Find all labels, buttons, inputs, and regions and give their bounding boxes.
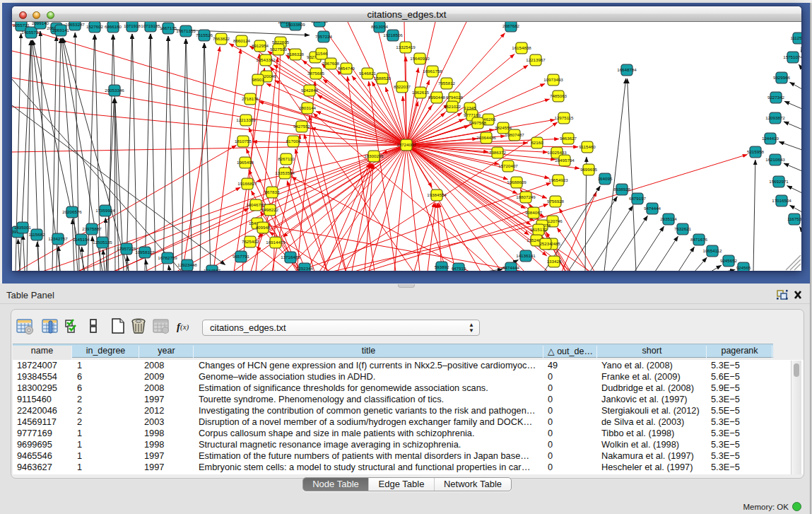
svg-text:9756928: 9756928 (547, 199, 565, 204)
svg-text:10543362: 10543362 (256, 57, 276, 62)
svg-text:25234: 25234 (539, 241, 552, 246)
svg-text:1667135: 1667135 (160, 25, 177, 30)
svg-text:17359924: 17359924 (95, 208, 115, 213)
svg-text:9242848: 9242848 (301, 88, 319, 93)
svg-text:10653287: 10653287 (65, 22, 85, 27)
svg-text:10025433: 10025433 (547, 150, 567, 155)
svg-text:817004: 817004 (286, 139, 301, 144)
svg-text:2718176: 2718176 (242, 96, 259, 101)
svg-text:1234567: 1234567 (204, 268, 221, 271)
svg-text:5498222: 5498222 (261, 207, 279, 212)
svg-text:10719185: 10719185 (141, 23, 160, 28)
svg-text:409948: 409948 (256, 225, 271, 230)
svg-text:14136141: 14136141 (516, 253, 536, 258)
svg-text:7632621: 7632621 (674, 226, 692, 231)
svg-text:2069141: 2069141 (52, 28, 70, 33)
svg-text:19218506: 19218506 (383, 33, 403, 37)
svg-text:8267110: 8267110 (278, 156, 295, 161)
svg-text:19654923: 19654923 (548, 177, 568, 182)
svg-text:2935114: 2935114 (660, 216, 677, 221)
svg-text:867833: 867833 (265, 189, 280, 194)
svg-text:1115682: 1115682 (28, 232, 45, 237)
svg-text:2367608: 2367608 (322, 61, 340, 66)
svg-text:13325419: 13325419 (396, 45, 416, 49)
svg-text:8990448: 8990448 (428, 95, 446, 100)
svg-text:16210643: 16210643 (765, 157, 785, 162)
svg-text:18807249: 18807249 (516, 194, 536, 199)
svg-text:164095: 164095 (598, 176, 613, 181)
svg-text:15720407: 15720407 (498, 163, 518, 168)
svg-text:1145194: 1145194 (73, 237, 90, 242)
svg-text:10807487: 10807487 (505, 132, 524, 137)
svg-text:20206576: 20206576 (62, 209, 82, 214)
svg-text:1621022: 1621022 (444, 104, 461, 109)
svg-text:9329966: 9329966 (773, 75, 791, 80)
svg-text:12923448: 12923448 (177, 262, 197, 267)
svg-text:9699695: 9699695 (580, 167, 598, 172)
svg-text:12213389: 12213389 (236, 117, 256, 122)
svg-text:8186328: 8186328 (287, 52, 305, 57)
svg-text:924565: 924565 (736, 265, 751, 270)
svg-text:10958107: 10958107 (135, 250, 155, 255)
svg-text:1112544: 1112544 (790, 35, 801, 40)
svg-text:1362615: 1362615 (412, 90, 430, 95)
svg-text:18724007: 18724007 (396, 142, 416, 147)
svg-text:9463627: 9463627 (560, 136, 577, 141)
svg-text:6466160: 6466160 (105, 24, 122, 29)
svg-text:116753: 116753 (787, 216, 801, 221)
svg-text:9227342: 9227342 (767, 95, 785, 100)
svg-text:10654112: 10654112 (702, 248, 722, 253)
svg-text:1071918: 1071918 (124, 23, 141, 28)
svg-text:2803144: 2803144 (299, 105, 317, 110)
svg-text:1292344: 1292344 (296, 266, 314, 271)
svg-text:9146821: 9146821 (359, 71, 377, 76)
svg-text:17016504: 17016504 (772, 198, 792, 203)
svg-text:10046788: 10046788 (246, 202, 266, 207)
svg-text:1652760: 1652760 (311, 22, 329, 23)
svg-text:133426: 133426 (547, 259, 562, 264)
svg-text:62160: 62160 (531, 140, 543, 145)
svg-text:98901: 98901 (252, 77, 264, 82)
svg-text:14055721: 14055721 (21, 30, 41, 35)
svg-text:16648784: 16648784 (617, 67, 637, 72)
svg-text:1965498: 1965498 (237, 160, 254, 165)
svg-text:28495794: 28495794 (555, 158, 575, 163)
svg-text:7625402: 7625402 (242, 239, 259, 244)
svg-text:17957225: 17957225 (117, 246, 136, 251)
svg-text:8938928: 8938928 (613, 187, 631, 192)
svg-text:16782759: 16782759 (158, 255, 177, 260)
svg-text:1435001: 1435001 (14, 225, 32, 230)
svg-text:3875685: 3875685 (307, 71, 325, 76)
svg-text:9115460: 9115460 (579, 144, 596, 149)
svg-text:16914479: 16914479 (266, 240, 286, 245)
svg-text:1588520: 1588520 (374, 76, 392, 81)
svg-text:19166827: 19166827 (237, 181, 257, 186)
svg-text:12213967: 12213967 (526, 57, 546, 62)
svg-text:19384554: 19384554 (427, 192, 447, 197)
svg-text:2687682: 2687682 (502, 23, 520, 28)
svg-text:15692971: 15692971 (769, 179, 789, 184)
svg-text:9657791: 9657791 (233, 254, 250, 259)
svg-text:9777169: 9777169 (464, 112, 481, 117)
svg-text:7515526: 7515526 (196, 33, 213, 37)
svg-text:1810755: 1810755 (235, 139, 252, 144)
svg-text:(x): (x) (180, 322, 189, 332)
svg-text:20364436: 20364436 (476, 135, 496, 140)
svg-text:7386372: 7386372 (489, 150, 507, 155)
svg-text:10688609: 10688609 (507, 180, 526, 185)
svg-text:593892: 593892 (435, 264, 449, 269)
svg-text:7357224: 7357224 (315, 34, 333, 39)
svg-text:8471676: 8471676 (690, 237, 708, 242)
svg-text:16961758: 16961758 (423, 69, 442, 74)
svg-text:16033809: 16033809 (286, 22, 305, 27)
svg-text:8454749: 8454749 (338, 66, 355, 71)
svg-text:12505135: 12505135 (93, 240, 112, 245)
svg-text:9245652: 9245652 (720, 258, 738, 263)
svg-text:15640910: 15640910 (410, 56, 430, 61)
svg-text:11546: 11546 (316, 51, 328, 56)
svg-text:13716485: 13716485 (281, 255, 300, 259)
svg-text:18300295: 18300295 (364, 153, 384, 158)
svg-text:12975115: 12975115 (554, 115, 574, 120)
svg-text:8813054: 8813054 (371, 24, 389, 29)
svg-text:15751074: 15751074 (783, 54, 801, 59)
